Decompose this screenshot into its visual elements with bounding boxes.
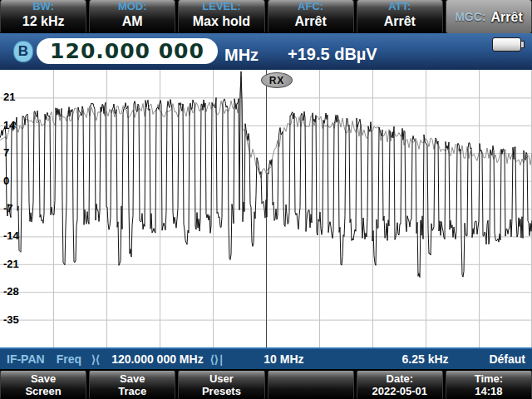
softkey-line: User [179,372,264,385]
softkey-line: Time: [446,372,531,385]
user-presets-button[interactable]: User Presets [178,371,264,399]
softkey-line: Trace [90,385,175,397]
softkey-afc[interactable]: AFC: Arrêt [268,0,354,33]
status-center-frequency: 120.000 000 MHz [111,352,204,366]
softkey-label: BW: [32,0,54,12]
softkey-line: Screen [1,385,86,397]
softkey-label: ATT: [388,0,411,12]
softkey-line: Presets [179,385,264,397]
y-axis-label: -28 [3,285,19,298]
softkey-modulation[interactable]: MOD: AM [89,0,175,33]
softkey-label: MGC: [455,11,485,23]
status-span: 10 MHz [264,352,303,366]
spectrum-plot[interactable]: RX 211470-7-14-21-28-35 [0,70,532,347]
softkey-label: AFC: [298,0,323,12]
softkey-line: 14:18 [446,385,531,397]
frequency-unit: MHz [224,46,259,65]
softkey-value: Arrêt [294,12,326,30]
softkey-value: Arrêt [490,8,522,26]
y-axis-label: 21 [3,91,15,104]
empty-softkey [268,371,354,399]
softkey-value: Max hold [193,12,250,30]
status-step: 6.25 kHz [402,352,449,366]
receiver-b-badge: B [13,41,33,62]
softkey-label: LEVEL: [202,0,240,12]
center-frequency-icon: ⟩⟨ [91,353,100,366]
softkey-label: MOD: [118,0,147,12]
softkey-line: Save [90,372,175,385]
status-preset: Défaut [489,352,525,366]
signal-level-readout: +19.5 dBµV [288,45,377,64]
y-axis-label: 7 [3,146,9,160]
status-mode: IF-PAN [7,352,45,366]
y-axis-label: 0 [3,175,9,188]
y-axis-label: -35 [3,313,19,327]
y-axis-label: -14 [3,229,19,243]
softkey-line: 2022-05-01 [357,385,442,397]
save-screen-button[interactable]: Save Screen [0,371,86,399]
bottom-softkey-bar: Save Screen Save Trace User Presets Date… [0,369,532,399]
y-axis-label: -21 [3,258,19,271]
softkey-level[interactable]: LEVEL: Max hold [178,0,264,33]
softkey-value: Arrêt [384,12,416,30]
battery-icon [492,37,521,52]
save-trace-button[interactable]: Save Trace [89,371,175,399]
softkey-line: Save [1,372,86,385]
frequency-field[interactable]: 120.000 000 [37,38,218,64]
receiver-screen: BW: 12 kHz MOD: AM LEVEL: Max hold AFC: … [0,0,532,399]
frequency-value: 120.000 000 [50,39,204,63]
softkey-attenuator[interactable]: ATT: Arrêt [357,0,443,33]
time-button[interactable]: Time: 14:18 [446,371,532,399]
frequency-header-bar: B 120.000 000 MHz +19.5 dBµV [0,33,532,70]
rx-marker: RX [261,72,293,88]
top-softkey-bar: BW: 12 kHz MOD: AM LEVEL: Max hold AFC: … [0,0,532,33]
softkey-bandwidth[interactable]: BW: 12 kHz [0,0,86,33]
y-axis-label: -7 [3,202,13,215]
y-axis-label: 14 [3,119,15,132]
date-button[interactable]: Date: 2022-05-01 [357,371,443,399]
status-param: Freq [57,352,81,366]
spectrum-svg [0,70,532,347]
softkey-value: 12 kHz [22,12,65,30]
status-bar: IF-PAN Freq ⟩⟨ 120.000 000 MHz ⟨⟩∣ 10 MH… [0,347,532,369]
softkey-mgc-selected[interactable]: MGC: Arrêt [446,0,532,33]
span-icon: ⟨⟩∣ [210,353,224,366]
softkey-value: AM [122,12,143,30]
softkey-line: Date: [357,372,442,385]
